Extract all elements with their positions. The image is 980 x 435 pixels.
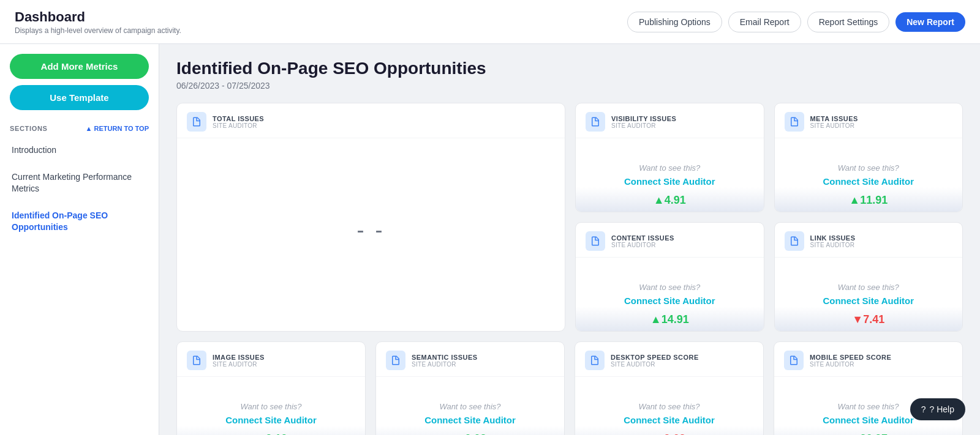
link-title: LINK ISSUES	[810, 234, 856, 242]
total-issues-subtitle: SITE AUDITOR	[213, 122, 264, 129]
mobile-blurred-overlay: ▲26.97	[774, 426, 962, 435]
mobile-connect-prompt: Want to see this? Connect Site Auditor	[823, 402, 914, 426]
mobile-card-header: MOBILE SPEED SCORE SITE AUDITOR	[774, 342, 962, 377]
image-connect-link[interactable]: Connect Site Auditor	[225, 415, 317, 425]
desktop-title: DESKTOP SPEED SCORE	[611, 354, 699, 361]
semantic-metric: ▲0.03	[454, 433, 486, 435]
semantic-blurred-overlay: ▲0.03	[376, 426, 564, 435]
image-issues-card: IMAGE ISSUES SITE AUDITOR Want to see th…	[176, 341, 366, 435]
total-issues-body: - -	[177, 138, 565, 322]
help-label: ? Help	[930, 404, 954, 414]
semantic-subtitle: SITE AUDITOR	[412, 361, 477, 368]
desktop-subtitle: SITE AUDITOR	[611, 361, 699, 368]
top-cards-section: TOTAL ISSUES SITE AUDITOR - -	[176, 103, 963, 332]
sidebar-item-on-page-seo[interactable]: Identified On-Page SEO Opportunities	[0, 203, 159, 241]
total-issues-title: TOTAL ISSUES	[213, 115, 264, 122]
content-icon	[586, 231, 605, 251]
visibility-issues-card: VISIBILITY ISSUES SITE AUDITOR Want to s…	[575, 103, 764, 212]
visibility-title: VISIBILITY ISSUES	[611, 115, 676, 122]
content-want-to-see: Want to see this?	[624, 283, 715, 292]
visibility-title-block: VISIBILITY ISSUES SITE AUDITOR	[611, 115, 676, 129]
image-card-header: IMAGE ISSUES SITE AUDITOR	[177, 342, 365, 377]
sections-text: SECTIONS	[10, 125, 48, 132]
link-connect-link[interactable]: Connect Site Auditor	[823, 296, 914, 306]
content-metric: ▲14.91	[650, 313, 689, 326]
image-subtitle: SITE AUDITOR	[213, 361, 265, 368]
meta-body: Want to see this? Connect Site Auditor ▲…	[775, 138, 963, 212]
publishing-options-button[interactable]: Publishing Options	[627, 12, 722, 32]
link-card-header: LINK ISSUES SITE AUDITOR	[775, 223, 963, 258]
document-icon	[789, 116, 800, 127]
header-right: Publishing Options Email Report Report S…	[627, 12, 965, 32]
link-metric: ▼7.41	[852, 313, 884, 326]
semantic-body: Want to see this? Connect Site Auditor ▲…	[376, 377, 564, 435]
content-issues-card: CONTENT ISSUES SITE AUDITOR Want to see …	[575, 222, 764, 332]
visibility-connect-link[interactable]: Connect Site Auditor	[624, 176, 715, 187]
meta-connect-prompt: Want to see this? Connect Site Auditor	[823, 163, 914, 187]
image-title: IMAGE ISSUES	[213, 354, 265, 361]
meta-metric: ▲11.91	[849, 194, 888, 207]
image-icon	[187, 351, 206, 370]
desktop-want-to-see: Want to see this?	[624, 402, 715, 411]
page-title: Identified On-Page SEO Opportunities	[176, 59, 963, 78]
meta-subtitle: SITE AUDITOR	[810, 122, 858, 129]
visibility-body: Want to see this? Connect Site Auditor ▲…	[576, 138, 764, 212]
sidebar-item-introduction[interactable]: Introduction	[0, 137, 159, 164]
link-body: Want to see this? Connect Site Auditor ▼…	[775, 258, 963, 331]
visibility-blurred-overlay: ▲4.91	[576, 187, 764, 212]
image-body: Want to see this? Connect Site Auditor ▲…	[177, 377, 365, 435]
mobile-connect-link[interactable]: Connect Site Auditor	[823, 415, 914, 425]
meta-icon	[785, 112, 804, 132]
image-title-block: IMAGE ISSUES SITE AUDITOR	[213, 354, 265, 368]
main-layout: Add More Metrics Use Template SECTIONS ▲…	[0, 44, 980, 435]
mobile-want-to-see: Want to see this?	[823, 402, 914, 411]
use-template-button[interactable]: Use Template	[10, 85, 149, 110]
content-connect-prompt: Want to see this? Connect Site Auditor	[624, 283, 715, 307]
document-icon	[590, 236, 601, 247]
mobile-speed-card: MOBILE SPEED SCORE SITE AUDITOR Want to …	[774, 341, 963, 435]
return-to-top-link[interactable]: ▲ RETURN TO TOP	[86, 125, 149, 132]
visibility-icon	[586, 112, 605, 132]
document-icon	[589, 355, 600, 366]
image-connect-prompt: Want to see this? Connect Site Auditor	[225, 402, 317, 426]
help-button[interactable]: ? ? Help	[910, 398, 965, 420]
semantic-connect-prompt: Want to see this? Connect Site Auditor	[424, 402, 516, 426]
link-title-block: LINK ISSUES SITE AUDITOR	[810, 234, 856, 248]
visibility-card-header: VISIBILITY ISSUES SITE AUDITOR	[576, 103, 764, 138]
desktop-metric: ▼9.62	[653, 433, 685, 435]
link-want-to-see: Want to see this?	[823, 283, 914, 292]
new-report-button[interactable]: New Report	[895, 12, 965, 32]
desktop-icon	[585, 351, 605, 370]
email-report-button[interactable]: Email Report	[728, 12, 801, 32]
report-settings-button[interactable]: Report Settings	[807, 12, 890, 32]
sidebar-item-current-marketing[interactable]: Current Marketing Performance Metrics	[0, 164, 159, 203]
semantic-icon	[386, 351, 405, 370]
mobile-icon	[784, 351, 804, 370]
desktop-card-header: DESKTOP SPEED SCORE SITE AUDITOR	[575, 342, 763, 377]
semantic-want-to-see: Want to see this?	[424, 402, 516, 411]
desktop-speed-card: DESKTOP SPEED SCORE SITE AUDITOR Want to…	[575, 341, 764, 435]
add-more-metrics-button[interactable]: Add More Metrics	[10, 54, 149, 79]
meta-blurred-overlay: ▲11.91	[775, 187, 963, 212]
content-body: Want to see this? Connect Site Auditor ▲…	[576, 258, 764, 331]
document-icon	[590, 116, 601, 127]
meta-connect-link[interactable]: Connect Site Auditor	[823, 176, 914, 187]
desktop-connect-link[interactable]: Connect Site Auditor	[624, 415, 715, 425]
header-left: Dashboard Displays a high-level overview…	[15, 9, 181, 35]
content-subtitle: SITE AUDITOR	[611, 242, 674, 248]
dashboard-subtitle: Displays a high-level overview of campai…	[15, 26, 181, 35]
content-blurred-overlay: ▲14.91	[576, 307, 764, 331]
sidebar: Add More Metrics Use Template SECTIONS ▲…	[0, 44, 159, 435]
link-connect-prompt: Want to see this? Connect Site Auditor	[823, 283, 914, 307]
mobile-title-block: MOBILE SPEED SCORE SITE AUDITOR	[810, 354, 891, 368]
image-metric: ▲9.19	[255, 433, 287, 435]
visibility-metric: ▲4.91	[654, 194, 686, 207]
meta-issues-card: META ISSUES SITE AUDITOR Want to see thi…	[774, 103, 963, 212]
dashboard-title: Dashboard	[15, 9, 181, 25]
content-connect-link[interactable]: Connect Site Auditor	[624, 296, 715, 306]
semantic-connect-link[interactable]: Connect Site Auditor	[424, 415, 516, 425]
meta-title: META ISSUES	[810, 115, 858, 122]
main-content: Identified On-Page SEO Opportunities 06/…	[159, 44, 980, 435]
image-blurred-overlay: ▲9.19	[177, 426, 365, 435]
sidebar-buttons: Add More Metrics Use Template	[0, 54, 159, 120]
